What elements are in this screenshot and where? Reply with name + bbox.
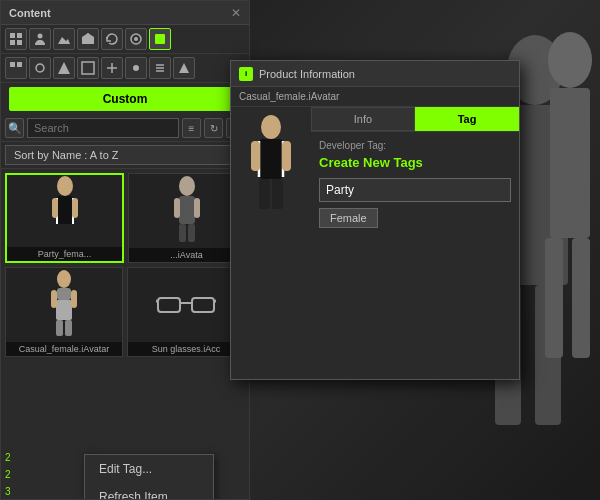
svg-rect-8 (545, 238, 563, 358)
icon-small-4[interactable] (77, 57, 99, 79)
content-panel-header: Content ✕ (1, 1, 249, 25)
svg-rect-20 (10, 62, 15, 67)
svg-rect-24 (82, 62, 94, 74)
avatar2-img (129, 174, 244, 248)
filter-btn[interactable]: ≡ (182, 118, 201, 138)
svg-rect-12 (10, 40, 15, 45)
svg-rect-48 (192, 298, 214, 312)
left-num-1: 2 (1, 450, 15, 465)
cell-label-sunglasses: Sun glasses.iAcc (128, 342, 244, 356)
modal-title: Product Information (259, 68, 355, 80)
sort-select[interactable]: Sort by Name : A to Z Sort by Name : Z t… (5, 145, 245, 165)
svg-rect-43 (51, 290, 57, 308)
tag-badge-female[interactable]: Female (319, 208, 378, 228)
grid-cell-avatar2[interactable]: ...iAvata (128, 173, 245, 263)
icon-small-1[interactable] (5, 57, 27, 79)
svg-rect-47 (158, 298, 180, 312)
grid-row-1: Party_fema... ...iAvata (5, 173, 245, 263)
svg-rect-57 (282, 141, 291, 171)
left-num-3: 3 (1, 484, 15, 499)
icon-small-3[interactable] (53, 57, 75, 79)
svg-rect-19 (155, 34, 165, 44)
tag-input[interactable] (319, 178, 511, 202)
icon-active[interactable] (149, 28, 171, 50)
svg-rect-30 (52, 198, 58, 218)
grid-cell-sunglasses[interactable]: Sun glasses.iAcc (127, 267, 245, 357)
cell-label-casual: Casual_female.iAvatar (6, 342, 122, 356)
modal-header: i Product Information (231, 61, 519, 87)
avatar-party-female-img (7, 175, 122, 247)
context-edit-tag[interactable]: Edit Tag... (85, 455, 213, 483)
svg-rect-35 (179, 196, 195, 224)
grid-cell-party-female[interactable]: Party_fema... (5, 173, 124, 263)
modal-right-panel: Info Tag Developer Tag: Create New Tags … (311, 107, 519, 369)
svg-point-6 (548, 32, 592, 88)
svg-point-22 (36, 64, 44, 72)
cell-label-iavata: ...iAvata (129, 248, 244, 262)
svg-rect-33 (66, 224, 73, 242)
toolbar-row-1 (1, 25, 249, 54)
icon-circle[interactable] (125, 28, 147, 50)
content-close-btn[interactable]: ✕ (231, 6, 241, 20)
svg-marker-23 (58, 62, 70, 74)
search-row: 🔍 ≡ ↻ ▼ (1, 115, 249, 142)
svg-rect-13 (17, 40, 22, 45)
svg-rect-11 (17, 33, 22, 38)
grid-cell-casual-female[interactable]: Casual_female.iAvatar (5, 267, 123, 357)
icon-small-6[interactable] (125, 57, 147, 79)
tab-tag[interactable]: Tag (415, 107, 519, 131)
svg-rect-59 (272, 179, 283, 209)
svg-rect-38 (179, 224, 186, 242)
modal-tabs: Info Tag (311, 107, 519, 132)
svg-point-52 (261, 115, 281, 139)
tab-info[interactable]: Info (311, 107, 415, 131)
svg-rect-45 (56, 320, 63, 336)
product-info-modal: i Product Information Casual_female.iAva… (230, 60, 520, 380)
left-num-2: 2 (1, 467, 15, 482)
icon-small-5[interactable] (101, 57, 123, 79)
modal-avatar-preview (231, 107, 311, 369)
svg-rect-32 (57, 224, 64, 242)
icon-small-8[interactable] (173, 57, 195, 79)
modal-body: Info Tag Developer Tag: Create New Tags … (231, 107, 519, 369)
developer-tag-label: Developer Tag: (319, 140, 511, 151)
create-tags-title: Create New Tags (319, 155, 511, 170)
svg-rect-53 (259, 139, 283, 179)
sunglasses-img (128, 268, 244, 342)
svg-rect-44 (71, 290, 77, 308)
content-panel-title: Content (9, 7, 51, 19)
content-panel: Content ✕ (0, 0, 250, 500)
svg-rect-56 (251, 141, 260, 171)
context-menu: Edit Tag... Refresh Item (84, 454, 214, 499)
svg-point-14 (38, 34, 43, 39)
toolbar-row-2 (1, 54, 249, 83)
svg-rect-7 (550, 88, 590, 238)
icon-rotate[interactable] (101, 28, 123, 50)
icon-small-2[interactable] (29, 57, 51, 79)
grid-area: Party_fema... ...iAvata (1, 169, 249, 499)
svg-rect-39 (188, 224, 195, 242)
sort-row: Sort by Name : A to Z Sort by Name : Z t… (1, 142, 249, 169)
icon-landscape[interactable] (53, 28, 75, 50)
icon-grid[interactable] (5, 28, 27, 50)
custom-button[interactable]: Custom (9, 87, 241, 111)
refresh-btn[interactable]: ↻ (204, 118, 223, 138)
icon-box[interactable] (77, 28, 99, 50)
svg-rect-10 (10, 33, 15, 38)
svg-marker-15 (58, 37, 70, 44)
context-refresh-item[interactable]: Refresh Item (85, 483, 213, 499)
icon-small-7[interactable] (149, 57, 171, 79)
casual-female-img (6, 268, 122, 342)
svg-rect-41 (57, 288, 71, 300)
left-numbers: 2 2 3 (1, 450, 15, 499)
modal-icon: i (239, 67, 253, 81)
search-icon-btn[interactable]: 🔍 (5, 118, 24, 138)
search-input[interactable] (27, 118, 179, 138)
modal-subtitle: Casual_female.iAvatar (231, 87, 519, 107)
svg-point-26 (57, 176, 73, 196)
svg-rect-9 (572, 238, 590, 358)
svg-rect-46 (65, 320, 72, 336)
grid-row-2: Casual_female.iAvatar Sun glasses.iAcc (5, 267, 245, 357)
svg-point-18 (134, 37, 138, 41)
icon-person[interactable] (29, 28, 51, 50)
